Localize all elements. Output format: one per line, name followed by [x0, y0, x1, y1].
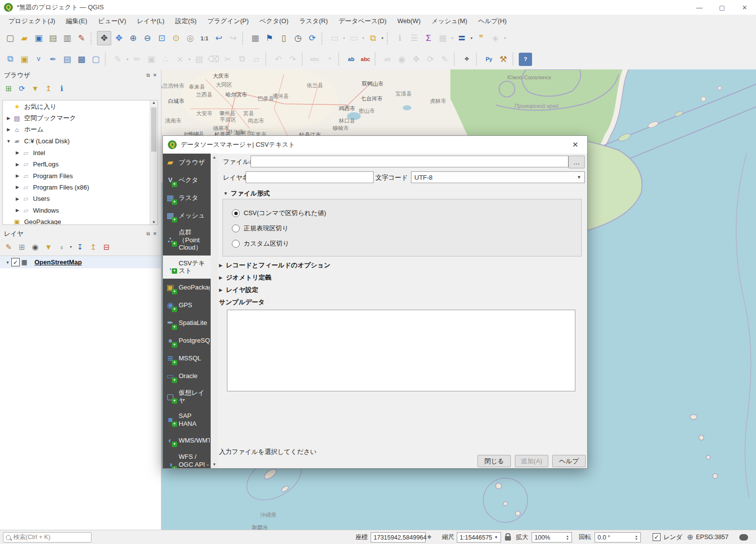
tab-postgresql[interactable]: ●PostgreSQL — [163, 332, 211, 350]
open-data-source-manager-button[interactable]: ⧉ — [3, 53, 17, 66]
menu-project[interactable]: プロジェクト(J) — [3, 15, 61, 28]
layers-close-icon[interactable]: ✕ — [153, 231, 157, 237]
radio-option-1[interactable]: 正規表現区切り — [232, 224, 288, 233]
layer-name[interactable]: OpenStreetMap — [34, 258, 82, 266]
labeling-toolbar-button[interactable]: ab — [345, 53, 358, 66]
help-button[interactable]: ? — [519, 53, 532, 66]
menu-edit[interactable]: 編集(E) — [61, 15, 93, 28]
scale-combobox[interactable]: 1:15446575 ▼ — [457, 532, 501, 543]
tab-mesh[interactable]: ▩メッシュ — [163, 207, 211, 224]
file-name-input[interactable] — [251, 156, 568, 167]
zoom-to-selection-button[interactable]: ⊙ — [169, 32, 183, 45]
expand-arrow-icon[interactable]: ▶ — [14, 173, 21, 178]
tab-scroll-up-icon[interactable]: ▲ — [213, 155, 217, 160]
refresh-button[interactable]: ⟳ — [306, 32, 319, 45]
tree-item-perflogs[interactable]: ▶▱PerfLogs — [3, 159, 150, 170]
dialog-close-button[interactable]: 閉じる — [477, 455, 511, 467]
tab-browser[interactable]: ▰ブラウザ — [163, 154, 211, 171]
show-spatial-bookmarks-button[interactable]: ▯ — [277, 32, 290, 45]
plugin-tool-button[interactable]: ⚒ — [497, 53, 510, 66]
rotation-spinbox[interactable]: 0.0 ° ▲▼ — [595, 532, 641, 543]
statistics-summary-button[interactable]: Σ — [422, 32, 435, 45]
menu-web[interactable]: Web(W) — [392, 15, 426, 28]
measure-dropdown-icon[interactable]: ▾ — [469, 36, 474, 40]
metasearch-button[interactable]: ⌖ — [460, 53, 473, 66]
expand-arrow-icon[interactable]: ▶ — [14, 196, 21, 201]
zoom-out-button[interactable]: ⊖ — [141, 32, 154, 45]
radio-option-0[interactable]: CSV(コンマで区切られた値) — [232, 209, 326, 218]
mouse-position-icon[interactable]: ⌖ — [427, 530, 432, 544]
file-format-header[interactable]: ▼ ファイル形式 — [223, 189, 270, 198]
expand-arrow-icon[interactable]: ▶ — [14, 162, 21, 167]
tree-item-intel[interactable]: ▶▱Intel — [3, 147, 150, 159]
section-1[interactable]: ▶ジオメトリ定義 — [219, 273, 271, 282]
tab-geopackage[interactable]: ▣GeoPackage — [163, 279, 211, 296]
label-options-button[interactable]: abc — [359, 53, 372, 66]
globe-icon[interactable]: ⊕ — [687, 530, 693, 544]
tab-vector[interactable]: Vベクタ — [163, 171, 211, 189]
tab-wms-wmts[interactable]: ◐WMS/WMTS — [163, 431, 211, 449]
tree-item-program-files-x86-[interactable]: ▶▱Program Files (x86) — [3, 182, 150, 193]
lock-scale-toggle[interactable] — [505, 530, 511, 544]
expand-arrow-icon[interactable]: ▶ — [5, 127, 12, 132]
layer-name-input[interactable] — [246, 171, 374, 183]
tree-item--[interactable]: ▶⌂ホーム — [3, 124, 150, 135]
new-spatialite-layer-button[interactable]: ✒ — [46, 53, 60, 66]
section-0[interactable]: ▶レコードとフィールドのオプション — [219, 261, 330, 270]
scroll-down-icon[interactable]: ▼ — [152, 220, 156, 224]
new-project-button[interactable]: ▢ — [3, 32, 17, 45]
new-shapefile-layer-button[interactable]: V — [32, 53, 45, 66]
section-2[interactable]: ▶レイヤ設定 — [219, 286, 258, 294]
menu-database[interactable]: データベース(D) — [333, 15, 392, 28]
measure-button[interactable]: 〓 — [455, 32, 469, 45]
new-spatial-bookmark-button[interactable]: ⚑ — [263, 32, 276, 45]
python-console-button[interactable]: Py — [482, 53, 496, 66]
browser-tree-scrollbar[interactable]: ▲ ▼ — [150, 100, 158, 224]
tab-spatialite[interactable]: ✒SpatiaLite — [163, 314, 211, 332]
maximize-button[interactable]: ▢ — [711, 0, 733, 15]
open-layer-styling-button[interactable]: ✎ — [2, 241, 15, 253]
tab-sap-hana[interactable]: ■SAP HANA — [163, 408, 211, 431]
menu-view[interactable]: ビュー(V) — [93, 15, 131, 28]
expand-arrow-icon[interactable]: ▶ — [14, 150, 21, 155]
dialog-close-icon[interactable]: ✕ — [568, 140, 582, 149]
tab-point-cloud[interactable]: ∴点群（Point Cloud） — [163, 224, 211, 256]
tree-item-program-files[interactable]: ▶▱Program Files — [3, 170, 150, 181]
pan-map-button[interactable]: ✥ — [97, 31, 111, 45]
layers-float-icon[interactable]: ⧉ — [146, 231, 150, 237]
scroll-up-icon[interactable]: ▲ — [152, 100, 156, 105]
deselect-features-button[interactable]: ⧉ — [366, 32, 379, 45]
save-project-button[interactable]: ▣ — [32, 32, 45, 45]
messages-button[interactable] — [739, 530, 748, 544]
browse-button[interactable]: … — [568, 156, 585, 168]
close-button[interactable]: ✕ — [733, 0, 756, 15]
spinner-arrows-icon[interactable]: ▲▼ — [566, 535, 569, 541]
scroll-thumb[interactable] — [151, 107, 157, 152]
temporal-controller-button[interactable]: ◷ — [291, 32, 305, 45]
collapse-all-layers-button[interactable]: ↥ — [87, 241, 99, 253]
print-layout-button[interactable]: ▤ — [46, 32, 60, 45]
coordinate-input[interactable]: 17315942,5849964 — [371, 532, 426, 543]
remove-layer-button[interactable]: ⊟ — [100, 241, 113, 253]
minimize-button[interactable]: — — [688, 0, 711, 15]
collapse-all-button[interactable]: ↥ — [42, 82, 55, 95]
spinner-arrows-icon[interactable]: ▲▼ — [635, 535, 638, 541]
menu-layer[interactable]: レイヤ(L) — [131, 15, 170, 28]
dialog-help-button[interactable]: ヘルプ — [552, 455, 586, 467]
layer-row-openstreetmap[interactable]: ▾ ✓ ▦ OpenStreetMap — [0, 256, 161, 268]
encoding-combobox[interactable]: UTF-8 ▼ — [411, 171, 585, 183]
tree-item--[interactable]: ★お気に入り — [3, 101, 150, 112]
add-group-button[interactable]: ⊞ — [16, 241, 28, 253]
menu-raster[interactable]: ラスタ(R) — [294, 15, 333, 28]
add-selected-layers-button[interactable]: ⊞ — [2, 82, 15, 95]
tab-scroll-down-icon[interactable]: ▼ — [213, 462, 217, 467]
open-project-button[interactable]: ▰ — [18, 32, 31, 45]
tab-wfs[interactable]: ◑WFS / OGC API - Features — [163, 449, 211, 468]
map-tips-button[interactable]: ❞ — [474, 32, 488, 45]
new-geopackage-layer-button[interactable]: ▣ — [18, 53, 31, 66]
menu-vector[interactable]: ベクタ(O) — [254, 15, 294, 28]
menu-help[interactable]: ヘルプ(H) — [472, 15, 512, 28]
style-manager-button[interactable]: ✎ — [75, 32, 88, 45]
tree-item--[interactable]: ▶▤空間ブックマーク — [3, 112, 150, 124]
radio-option-2[interactable]: カスタム区切り — [232, 239, 289, 248]
